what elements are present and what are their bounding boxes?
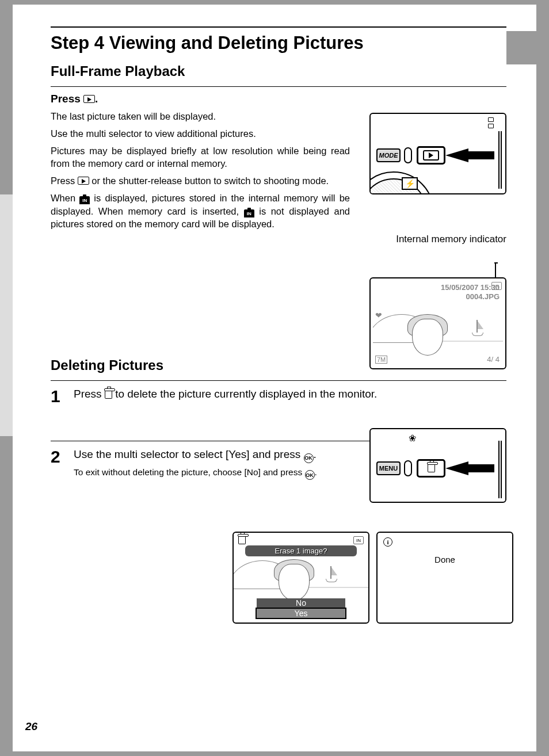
para-4: Press or the shutter-release button to s… — [51, 174, 350, 188]
p5a: When — [51, 193, 79, 203]
rule-1 — [51, 86, 506, 87]
trash-icon-corner — [238, 536, 246, 544]
para-5: When IN is displayed, pictures stored in… — [51, 192, 350, 231]
body-column: The last picture taken will be displayed… — [51, 110, 350, 231]
section-full-frame-heading: Full-Frame Playback — [51, 63, 506, 79]
rule-2 — [51, 380, 506, 381]
page-number: 26 — [25, 720, 37, 733]
dial-outer-2 — [382, 428, 451, 429]
press-text: Press — [51, 93, 83, 105]
play-icon-inline — [78, 177, 89, 185]
press-play-subhead: Press . — [51, 93, 506, 105]
arrow-icon-2 — [445, 461, 468, 475]
internal-memory-icon-2: IN — [244, 209, 254, 217]
play-icon — [83, 95, 95, 103]
page-title-bar: Step 4 Viewing and Deleting Pictures — [51, 33, 506, 53]
erase-confirm-screen: IN Erase 1 image? No Yes — [232, 532, 369, 624]
step-2-number: 2 — [51, 447, 66, 480]
step-1-number: 1 — [51, 387, 66, 406]
macro-icon: ❀ — [409, 433, 416, 444]
trash-icon — [105, 391, 112, 399]
arrow-tail — [466, 151, 494, 159]
top-rule — [51, 26, 506, 28]
internal-memory-label: Internal memory indicator — [369, 234, 506, 245]
info-icon: i — [383, 537, 392, 547]
erase-banner: Erase 1 image? — [245, 545, 357, 556]
grip-lines — [498, 131, 502, 189]
photo-illustration — [373, 298, 503, 366]
p4b: or the shutter-release button to switch … — [89, 175, 329, 186]
option-no: No — [257, 598, 345, 608]
figure-playback-screen: 15/05/2007 15:30 0004.JPG IN ❤ 7M 4/ 4 — [369, 277, 506, 369]
in-badge-2: IN — [353, 536, 364, 544]
title-bar-extension — [506, 31, 549, 64]
step-1-text: Press to delete the picture currently di… — [74, 387, 506, 402]
arrow-icon — [445, 148, 468, 162]
date-text: 15/05/2007 15:30 — [441, 283, 500, 292]
in-badge: IN — [491, 282, 502, 290]
page-title: Step 4 Viewing and Deleting Pictures — [51, 33, 364, 53]
grip-lines-2 — [498, 441, 502, 498]
step-1-row: 1 Press to delete the picture currently … — [51, 387, 506, 406]
menu-button: MENU — [376, 461, 401, 475]
para-1: The last picture taken will be displayed… — [51, 110, 350, 123]
p4a: Press — [51, 175, 78, 186]
page: Step 4 Viewing and Deleting Pictures Ful… — [13, 5, 536, 751]
done-screen: i Done — [376, 532, 513, 624]
delete-button — [417, 459, 445, 478]
ok-icon-2: OK — [305, 470, 315, 480]
arrow-tail-2 — [466, 464, 494, 472]
mode-button: MODE — [376, 148, 401, 162]
playback-button — [417, 146, 445, 165]
slider — [404, 147, 412, 163]
para-3: Pictures may be displayed briefly at low… — [51, 144, 350, 171]
slider-2 — [404, 460, 412, 476]
trash-icon-2 — [428, 464, 435, 472]
flash-icon-box: ⚡ — [402, 177, 418, 190]
figure-camera-back-delete: ❀ MENU — [369, 428, 506, 503]
step-2-screens: IN Erase 1 image? No Yes i Done — [232, 532, 513, 624]
para-2: Use the multi selector to view additiona… — [51, 127, 350, 140]
done-text: Done — [378, 555, 512, 564]
option-yes: Yes — [257, 609, 345, 618]
ok-icon: OK — [304, 453, 314, 463]
internal-memory-icon: IN — [79, 196, 90, 204]
period: . — [95, 93, 98, 105]
indicator-lights — [488, 117, 494, 130]
figure-camera-back-play: MODE ⚡ — [369, 113, 506, 194]
